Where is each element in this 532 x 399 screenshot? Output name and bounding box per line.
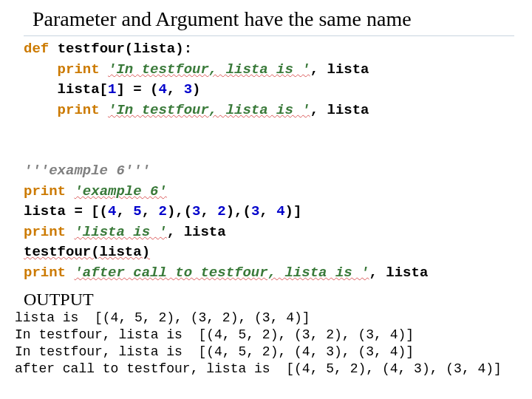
v7: 4 bbox=[276, 203, 284, 219]
param: lista bbox=[133, 41, 175, 57]
v2: 5 bbox=[133, 203, 141, 219]
code-block: def testfour(lista): print 'In testfour,… bbox=[24, 35, 514, 284]
v4: 3 bbox=[192, 203, 200, 219]
close-paren: ) bbox=[192, 81, 200, 98]
out-l2: In testfour, lista is [(4, 5, 2), (3, 2)… bbox=[15, 327, 414, 342]
slide: Parameter and Argument have the same nam… bbox=[0, 0, 532, 399]
idx-open: lista[ bbox=[58, 81, 108, 98]
v1: 4 bbox=[108, 203, 116, 219]
str-in1: 'In testfour, lista is ' bbox=[108, 61, 310, 78]
lista-ref4: lista bbox=[386, 265, 428, 281]
str-after: 'after call to testfour, lista is ' bbox=[74, 265, 369, 281]
kw-print2: print bbox=[58, 102, 100, 118]
v3: 2 bbox=[158, 203, 166, 219]
kw-print5: print bbox=[24, 265, 66, 281]
call: testfour(lista) bbox=[24, 244, 150, 260]
out-l3: In testfour, lista is [(4, 5, 2), (4, 3)… bbox=[15, 344, 414, 359]
v6: 3 bbox=[251, 203, 259, 219]
lista-ref: lista bbox=[327, 61, 369, 78]
v5: 2 bbox=[217, 203, 225, 219]
lista-ref3: lista bbox=[184, 224, 226, 240]
kw-print: print bbox=[58, 61, 100, 78]
ta: 4 bbox=[158, 81, 166, 98]
kw-print3: print bbox=[24, 183, 66, 200]
slide-title: Parameter and Argument have the same nam… bbox=[33, 7, 514, 31]
idx-num: 1 bbox=[108, 81, 116, 98]
str-ex6: 'example 6' bbox=[74, 183, 166, 200]
str-in2: 'In testfour, lista is ' bbox=[108, 102, 310, 118]
assign-head: lista = [( bbox=[24, 203, 108, 219]
mc1: ),( bbox=[167, 203, 192, 219]
str-listais: 'lista is ' bbox=[74, 224, 166, 240]
output-label: OUTPUT bbox=[24, 290, 514, 310]
kw-print4: print bbox=[24, 224, 66, 240]
tb: 3 bbox=[184, 81, 192, 98]
output-block: lista is [(4, 5, 2), (3, 2), (3, 4)] In … bbox=[15, 310, 514, 378]
out-l4: after call to testfour, lista is [(4, 5,… bbox=[15, 361, 502, 376]
lista-ref2: lista bbox=[327, 102, 369, 118]
idx-close: ] = ( bbox=[116, 81, 158, 98]
out-l1: lista is [(4, 5, 2), (3, 2), (3, 4)] bbox=[15, 310, 310, 325]
mc2: ),( bbox=[226, 203, 251, 219]
fn-name: testfour bbox=[58, 41, 125, 57]
kw-def: def bbox=[24, 41, 49, 57]
docstring: '''example 6''' bbox=[24, 163, 150, 179]
endlist: )] bbox=[285, 203, 302, 219]
